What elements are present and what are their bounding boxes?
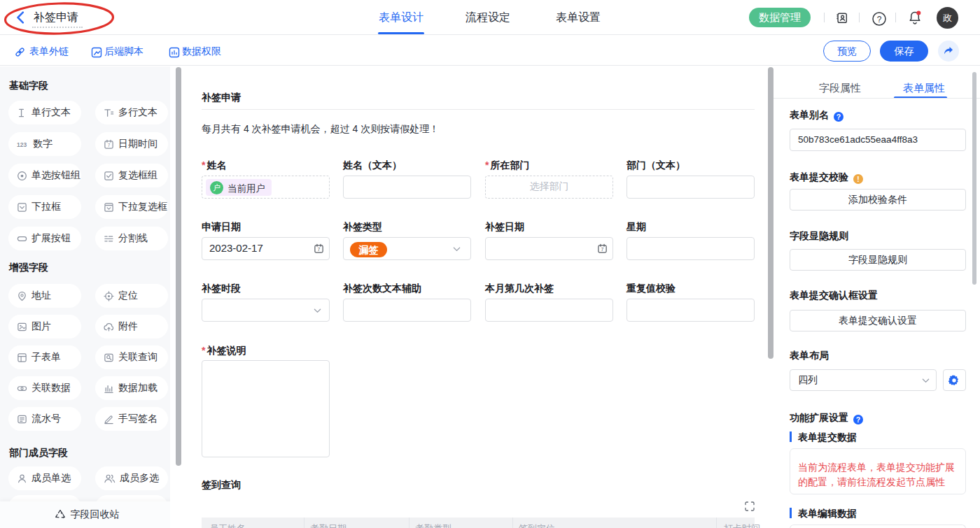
svg-text:7: 7 [601,247,604,252]
svg-text:?: ? [877,15,882,24]
svg-text:7: 7 [108,143,111,148]
svg-text:7: 7 [318,247,321,252]
svg-text:123: 123 [17,141,27,148]
